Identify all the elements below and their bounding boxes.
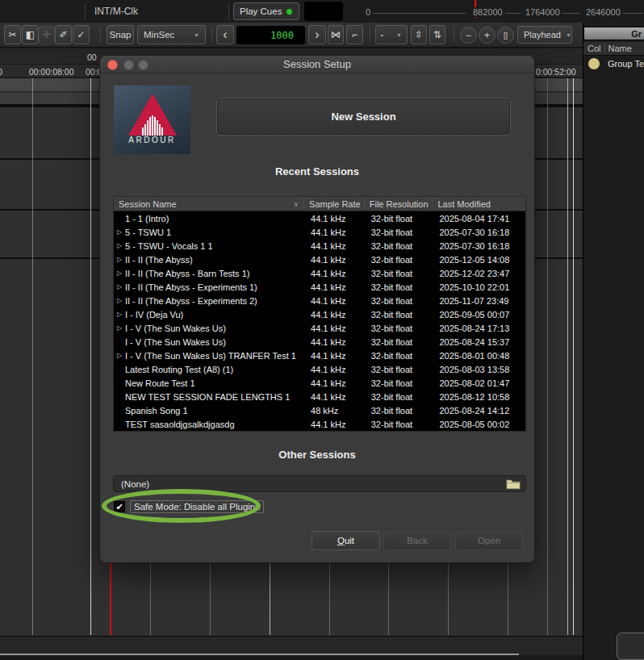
grab-tool-button[interactable]: ✛ [39,25,55,44]
expand-icon[interactable]: ▷ [114,283,125,290]
open-button[interactable]: Open [455,531,523,550]
session-table-row[interactable]: ▷ II - II (The Abyss - Experiments 1) 44… [114,280,525,294]
last-modified-cell: 2025-08-05 00:02 [433,420,525,429]
sync-source-label[interactable]: INT/M-Clk [94,6,138,17]
session-table-row[interactable]: I - V (The Sun Wakes Us) 44.1 kHz 32-bit… [114,335,525,349]
session-table-row[interactable]: Spanish Song 1 48 kHz 32-bit float 2025-… [114,403,525,417]
nudge-clock[interactable]: 1000 [236,26,305,44]
zoom-focus-dropdown[interactable]: Playhead ▼ [517,26,572,44]
cut-tool-button[interactable]: ✂ [4,25,21,44]
file-resolution-cell: 32-bit float [365,241,433,251]
group-list-item[interactable]: Group Te [583,56,644,72]
last-modified-header-label: Last Modified [437,199,490,209]
session-setup-dialog: Session Setup ARDOUR New Session Recent … [99,55,535,563]
expand-icon[interactable]: ▷ [114,269,125,277]
zoom-out-button[interactable]: − [460,27,477,44]
sample-rate-column-header[interactable]: Sample Rate [304,197,365,211]
session-name-cell: I - V (The Sun Wakes Us) [125,337,304,347]
session-table-row[interactable]: ▷ II - II (The Abyss - Experiments 2) 44… [114,294,525,307]
new-session-label: New Session [331,111,395,123]
group-color-swatch[interactable] [588,58,600,69]
summary-range-bar[interactable] [0,654,519,655]
bottom-edge [0,655,583,660]
nudge-larger-button[interactable]: ⌐ [346,25,363,44]
session-name-cell: II - II (The Abyss - Experiments 2) [125,296,304,306]
snap-button[interactable]: Snap [107,25,134,44]
zoom-in-button[interactable]: + [479,27,496,44]
grid-units-dropdown[interactable]: MinSec ▼ [137,25,206,44]
session-table-row[interactable]: NEW TEST SESSION FADE LENGTHS 1 44.1 kHz… [114,390,525,403]
mini-timeline-line [503,13,521,14]
zoom-to-session-button[interactable]: [] [497,27,514,44]
session-table-row[interactable]: ▷ I - V (The Sun Wakes Us) TRANFER Test … [114,349,525,362]
sample-rate-cell: 44.1 kHz [304,269,365,278]
recent-sessions-table: Session Name ∨ Sample Rate File Resoluti… [113,196,526,432]
expand-icon[interactable]: ▷ [114,297,125,304]
session-table-row[interactable]: 1 - 1 (Intro) 44.1 kHz 32-bit float 2025… [114,211,525,225]
grid-line [32,78,33,635]
session-table-row[interactable]: New Route Test 1 44.1 kHz 32-bit float 2… [114,376,525,390]
track-height-button[interactable]: ⇅ [429,25,445,44]
file-resolution-cell: 32-bit float [365,324,433,333]
nudge-forward-button[interactable]: › [308,25,326,44]
session-table-row[interactable]: ▷ I - V (The Sun Wakes Us) 44.1 kHz 32-b… [114,321,525,335]
group-tabs-label: Gr [631,29,642,39]
expand-icon[interactable]: ▷ [114,311,125,318]
nudge-smaller-button[interactable]: ⋈ [328,25,344,44]
last-modified-column-header[interactable]: Last Modified [433,197,525,211]
file-resolution-column-header[interactable]: File Resolution [365,197,433,211]
session-table-row[interactable]: ▷ II - II (The Abyss - Barn Tests 1) 44.… [114,266,525,280]
other-sessions-path-field[interactable]: (None) [113,475,526,492]
session-name-cell: I - IV (Deja Vu) [125,310,304,320]
folder-icon[interactable] [506,478,521,490]
last-modified-cell: 2025-08-02 01:47 [433,378,525,388]
marker-dropdown[interactable]: • ▼ [375,25,408,44]
sort-indicator-icon[interactable]: ∨ [293,200,299,208]
expand-icon[interactable]: ▷ [114,242,125,249]
grid-line [90,78,91,635]
session-name-cell: 1 - 1 (Intro) [125,214,304,223]
session-table-row[interactable]: ▷ I - IV (Deja Vu) 44.1 kHz 32-bit float… [114,307,525,321]
draw-tool-button[interactable]: ✐ [55,25,72,44]
quit-button[interactable]: Quit [312,531,380,550]
safe-mode-label[interactable]: Safe Mode: Disable all Plugins [130,500,264,513]
brackets-icon: [] [504,31,508,40]
open-label: Open [478,536,500,545]
session-name-column-header[interactable]: Session Name ∨ [114,197,304,211]
secondary-clock-display[interactable] [304,2,343,21]
session-table-row[interactable]: ▷ 5 - TSWU 1 44.1 kHz 32-bit float 2025-… [114,225,525,239]
safe-mode-checkbox[interactable]: ✔ [114,501,125,512]
session-table-row[interactable]: ▷ 5 - TSWU - Vocals 1 1 44.1 kHz 32-bit … [114,239,525,253]
expand-icon[interactable]: ▷ [114,228,125,236]
group-tabs-header[interactable]: Gr [583,27,644,40]
pencil-icon: ✐ [59,29,67,40]
editor-toolbar: ✂ ◧ ✛ ✐ ✓ Snap MinSec ▼ ‹ 1000 › ⋈ ⌐ • ▼… [0,23,583,48]
expand-icon[interactable]: ▷ [114,256,125,263]
back-button[interactable]: Back [383,531,451,550]
col-column-header[interactable]: Col [588,44,601,53]
summary-corner-widget[interactable] [617,633,644,660]
sample-rate-cell: 44.1 kHz [304,351,365,361]
sample-rate-cell: 44.1 kHz [304,420,365,429]
expand-icon[interactable]: ▷ [114,352,125,359]
audition-tool-button[interactable]: ◧ [22,25,39,44]
sample-rate-cell: 44.1 kHz [304,241,365,251]
nudge-back-button[interactable]: ‹ [216,25,234,44]
dialog-titlebar[interactable]: Session Setup [100,56,534,73]
fit-vertical-button[interactable]: ⇳ [411,25,427,44]
mini-timeline-line [622,13,642,14]
sample-rate-cell: 44.1 kHz [304,337,365,347]
session-table-row[interactable]: Latest Routing Test (A8) (1) 44.1 kHz 32… [114,362,525,376]
sample-rate-cell: 44.1 kHz [304,282,365,292]
last-modified-cell: 2025-08-01 00:48 [433,351,525,361]
file-resolution-cell: 32-bit float [365,420,433,429]
edit-tool-button[interactable]: ✓ [73,25,90,44]
session-table-row[interactable]: TEST sasaoldjgsalkdjgasdg 44.1 kHz 32-bi… [114,417,525,431]
scissors-icon: ✂ [8,29,16,40]
new-session-button[interactable]: New Session [216,98,511,136]
session-table-row[interactable]: ▷ II - II (The Abyss) 44.1 kHz 32-bit fl… [114,253,525,266]
expand-icon[interactable]: ▷ [114,324,125,332]
play-cues-led-icon [286,8,293,15]
name-column-header[interactable]: Name [608,44,632,53]
play-cues-button[interactable]: Play Cues [233,2,299,20]
